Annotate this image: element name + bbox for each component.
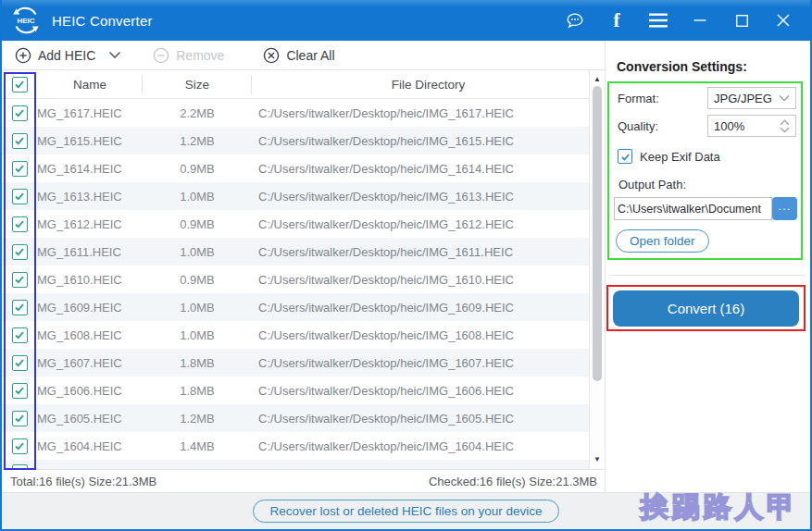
panel-divider [609,275,806,276]
select-all-checkbox[interactable] [2,77,37,93]
file-name: MG_1606.HEIC [37,384,143,398]
row-checkbox[interactable] [2,133,37,149]
maximize-icon[interactable] [731,10,752,31]
file-name: MG_1615.HEIC [37,134,143,148]
table-row[interactable]: MG_1617.HEIC2.2MBC:/Users/itwalker/Deskt… [2,99,605,127]
row-checkbox[interactable] [2,355,37,371]
titlebar: HEIC HEIC Converter f [2,0,810,41]
file-size: 1.2MB [143,412,252,426]
format-select[interactable]: JPG/JPEG [707,87,796,109]
clear-all-button[interactable]: Clear All [263,47,334,64]
file-name: MG_1613.HEIC [37,190,143,204]
table-row[interactable]: MG_1604.HEIC1.4MBC:/Users/itwalker/Deskt… [2,432,605,460]
file-name: MG_1611.HEIC [37,245,143,259]
minimize-icon[interactable] [690,10,710,31]
app-window: HEIC HEIC Converter f [0,0,812,531]
row-checkbox[interactable] [2,383,37,399]
quality-stepper[interactable]: 100% [707,115,796,137]
file-name: MG_1617.HEIC [37,106,143,120]
file-directory: C:/Users/itwalker/Desktop/heic/IMG_1614.… [252,162,605,176]
file-name: MG_1605.HEIC [37,412,143,426]
output-path-value: C:\Users\itwalker\Document [618,203,761,216]
app-title: HEIC Converter [52,13,153,29]
table-header: Name Size File Directory [2,70,605,99]
file-size: 0.9MB [143,217,252,231]
table-row-partial [2,460,605,469]
row-checkbox[interactable] [2,244,37,260]
row-checkbox[interactable] [2,438,37,454]
footer-bar: Recover lost or deleted HEIC files on yo… [2,492,810,529]
file-directory: C:/Users/itwalker/Desktop/heic/IMG_1611.… [252,245,605,259]
row-checkbox[interactable] [2,411,37,426]
file-directory: C:/Users/itwalker/Desktop/heic/IMG_1617.… [252,106,605,120]
keep-exif-label: Keep Exif Data [640,150,720,164]
settings-heading: Conversion Settings: [617,59,747,74]
file-directory: C:/Users/itwalker/Desktop/heic/IMG_1608.… [252,328,605,342]
main-content: Add HEIC Remove [2,41,810,492]
row-checkbox[interactable] [2,327,37,343]
row-checkbox[interactable] [2,216,37,232]
scroll-up-icon[interactable]: ▲ [590,76,605,83]
keep-exif-checkbox[interactable] [618,149,632,164]
header-directory[interactable]: File Directory [252,70,605,98]
plus-circle-icon [15,47,31,64]
output-path-input[interactable]: C:\Users\itwalker\Document [614,197,772,220]
keep-exif-row: Keep Exif Data [618,149,720,164]
row-checkbox[interactable] [2,105,37,121]
file-name: MG_1607.HEIC [37,356,143,370]
scrollbar-thumb[interactable] [593,86,602,381]
table-row[interactable]: MG_1609.HEIC1.0MBC:/Users/itwalker/Deskt… [2,293,605,321]
convert-label: Convert (16) [668,301,744,316]
file-size: 1.8MB [143,356,252,370]
file-directory: C:/Users/itwalker/Desktop/heic/IMG_1607.… [252,356,605,370]
file-name: MG_1610.HEIC [37,273,143,287]
row-checkbox[interactable] [2,300,37,315]
row-checkbox[interactable] [2,189,37,204]
stepper-chevrons-icon[interactable] [780,119,790,133]
row-checkbox[interactable] [2,272,37,288]
browse-button[interactable]: ... [772,197,797,220]
convert-button[interactable]: Convert (16) [613,290,799,327]
table-row[interactable]: MG_1605.HEIC1.2MBC:/Users/itwalker/Deskt… [2,404,605,432]
file-name: MG_1612.HEIC [37,217,143,231]
open-folder-button[interactable]: Open folder [616,229,709,253]
file-directory: C:/Users/itwalker/Desktop/heic/IMG_1615.… [252,134,605,148]
file-size: 1.0MB [143,301,252,315]
close-icon[interactable] [773,10,793,31]
file-size: 0.9MB [143,162,252,176]
table-row[interactable]: MG_1613.HEIC1.0MBC:/Users/itwalker/Deskt… [2,182,605,210]
scroll-down-icon[interactable]: ▼ [590,456,605,463]
x-circle-icon [263,47,280,64]
file-directory: C:/Users/itwalker/Desktop/heic/IMG_1613.… [252,190,605,204]
file-name: MG_1609.HEIC [37,301,143,315]
titlebar-icons: f [565,10,799,31]
remove-button[interactable]: Remove [153,47,224,64]
table-row[interactable]: MG_1614.HEIC0.9MBC:/Users/itwalker/Deskt… [2,154,605,182]
vertical-scrollbar[interactable]: ▲ ▼ [589,70,605,469]
table-row[interactable]: MG_1612.HEIC0.9MBC:/Users/itwalker/Deskt… [2,210,605,238]
add-heic-button[interactable]: Add HEIC [15,47,95,64]
table-row[interactable]: MG_1606.HEIC1.8MBC:/Users/itwalker/Deskt… [2,377,605,404]
add-heic-dropdown-chevron-icon[interactable] [108,51,121,59]
table-row[interactable]: MG_1610.HEIC0.9MBC:/Users/itwalker/Deskt… [2,266,605,293]
file-name: MG_1604.HEIC [37,439,143,453]
file-size: 1.0MB [143,245,252,259]
recover-files-button[interactable]: Recover lost or deleted HEIC files on yo… [253,500,558,523]
facebook-icon[interactable]: f [606,10,627,31]
file-size: 1.0MB [143,190,252,204]
file-directory: C:/Users/itwalker/Desktop/heic/IMG_1605.… [252,412,605,426]
file-size: 1.8MB [143,384,252,398]
table-row[interactable]: MG_1615.HEIC1.2MBC:/Users/itwalker/Deskt… [2,127,605,154]
table-row[interactable]: MG_1607.HEIC1.8MBC:/Users/itwalker/Deskt… [2,349,605,377]
minus-circle-icon [153,47,169,64]
file-directory: C:/Users/itwalker/Desktop/heic/IMG_1606.… [252,384,605,398]
header-name[interactable]: Name [37,70,143,98]
message-icon[interactable] [565,10,585,31]
row-checkbox[interactable] [2,161,37,177]
header-size[interactable]: Size [143,70,252,98]
table-row[interactable]: MG_1608.HEIC1.0MBC:/Users/itwalker/Deskt… [2,321,605,349]
menu-icon[interactable] [648,10,668,31]
file-list-area: Add HEIC Remove [2,41,605,492]
table-row[interactable]: MG_1611.HEIC1.0MBC:/Users/itwalker/Deskt… [2,238,605,266]
open-folder-label: Open folder [630,234,695,248]
